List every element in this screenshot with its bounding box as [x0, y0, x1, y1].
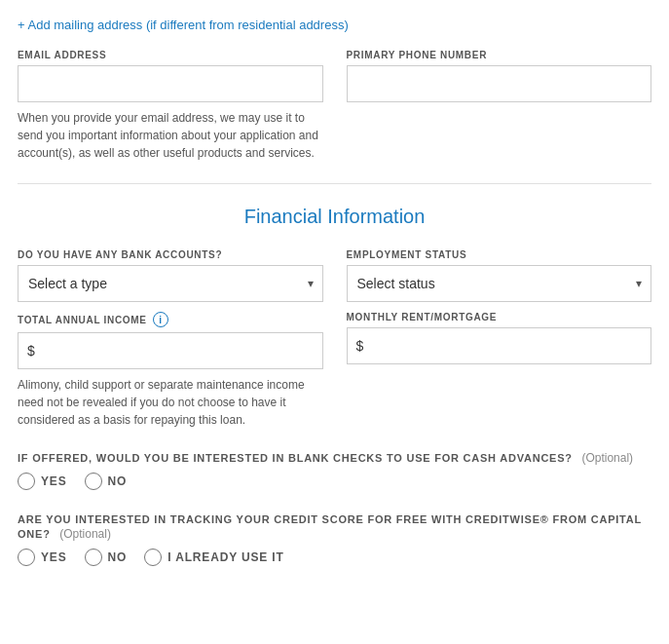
creditwise-yes-text: YES	[41, 550, 67, 564]
annual-income-input-wrapper: $	[18, 332, 323, 369]
blank-checks-no-label[interactable]: NO	[85, 473, 128, 490]
phone-label: PRIMARY PHONE NUMBER	[347, 50, 652, 60]
employment-status-select-wrapper: Select status Employed Self-Employed Ret…	[347, 265, 652, 302]
blank-checks-yes-radio[interactable]	[18, 473, 35, 490]
income-rent-row: TOTAL ANNUAL INCOME i $ Alimony, child s…	[18, 312, 651, 429]
annual-income-field-group: TOTAL ANNUAL INCOME i $ Alimony, child s…	[18, 312, 323, 429]
blank-checks-question: IF OFFERED, WOULD YOU BE INTERESTED IN B…	[18, 450, 651, 490]
bank-accounts-select[interactable]: Select a type Yes No	[18, 265, 323, 302]
creditwise-no-label[interactable]: NO	[85, 549, 128, 566]
monthly-rent-dollar-prefix: $	[356, 338, 364, 354]
creditwise-yes-label[interactable]: YES	[18, 549, 67, 566]
phone-field-group: PRIMARY PHONE NUMBER	[347, 50, 652, 162]
bank-accounts-select-wrapper: Select a type Yes No ▾	[18, 265, 323, 302]
section-divider	[18, 183, 651, 184]
creditwise-no-text: NO	[108, 550, 128, 564]
creditwise-question-text: ARE YOU INTERESTED IN TRACKING YOUR CRED…	[18, 513, 642, 540]
blank-checks-radio-group: YES NO	[18, 473, 651, 490]
creditwise-already-use-label[interactable]: I ALREADY USE IT	[144, 549, 283, 566]
creditwise-optional-badge: (Optional)	[59, 527, 111, 541]
annual-income-info-icon[interactable]: i	[153, 312, 168, 327]
email-note: When you provide your email address, we …	[18, 109, 323, 162]
alimony-note: Alimony, child support or separate maint…	[18, 376, 323, 429]
annual-income-input[interactable]	[18, 332, 323, 369]
email-input[interactable]	[18, 65, 323, 102]
email-label: EMAIL ADDRESS	[18, 50, 323, 60]
blank-checks-optional-badge: (Optional)	[581, 451, 633, 465]
blank-checks-question-text: IF OFFERED, WOULD YOU BE INTERESTED IN B…	[18, 452, 573, 464]
bank-employment-row: DO YOU HAVE ANY BANK ACCOUNTS? Select a …	[18, 249, 651, 302]
monthly-rent-label: MONTHLY RENT/MORTGAGE	[347, 312, 652, 322]
blank-checks-no-radio[interactable]	[85, 473, 102, 490]
email-field-group: EMAIL ADDRESS When you provide your emai…	[18, 50, 323, 162]
annual-income-label-row: TOTAL ANNUAL INCOME i	[18, 312, 323, 327]
creditwise-already-use-radio[interactable]	[144, 549, 162, 566]
blank-checks-yes-text: YES	[41, 474, 67, 488]
monthly-rent-input-wrapper: $	[347, 327, 652, 364]
annual-income-dollar-prefix: $	[27, 343, 35, 359]
blank-checks-no-text: NO	[108, 474, 128, 488]
employment-status-field-group: EMPLOYMENT STATUS Select status Employed…	[347, 249, 652, 302]
bank-accounts-field-group: DO YOU HAVE ANY BANK ACCOUNTS? Select a …	[18, 249, 323, 302]
blank-checks-yes-label[interactable]: YES	[18, 473, 67, 490]
creditwise-already-use-text: I ALREADY USE IT	[167, 550, 283, 564]
monthly-rent-field-group: MONTHLY RENT/MORTGAGE $	[347, 312, 652, 429]
page-wrapper: + Add mailing address (if different from…	[0, 0, 669, 595]
creditwise-question: ARE YOU INTERESTED IN TRACKING YOUR CRED…	[18, 511, 651, 566]
creditwise-yes-radio[interactable]	[18, 549, 35, 566]
contact-info-row: EMAIL ADDRESS When you provide your emai…	[18, 50, 651, 162]
creditwise-no-radio[interactable]	[85, 549, 102, 566]
creditwise-radio-group: YES NO I ALREADY USE IT	[18, 549, 651, 566]
employment-status-select[interactable]: Select status Employed Self-Employed Ret…	[347, 265, 652, 302]
bank-accounts-label: DO YOU HAVE ANY BANK ACCOUNTS?	[18, 249, 323, 260]
annual-income-label: TOTAL ANNUAL INCOME	[18, 315, 147, 325]
phone-input[interactable]	[347, 65, 652, 102]
employment-status-label: EMPLOYMENT STATUS	[347, 249, 652, 260]
monthly-rent-input[interactable]	[347, 327, 652, 364]
financial-section-title: Financial Information	[18, 206, 651, 228]
add-mailing-link[interactable]: + Add mailing address (if different from…	[18, 18, 349, 32]
